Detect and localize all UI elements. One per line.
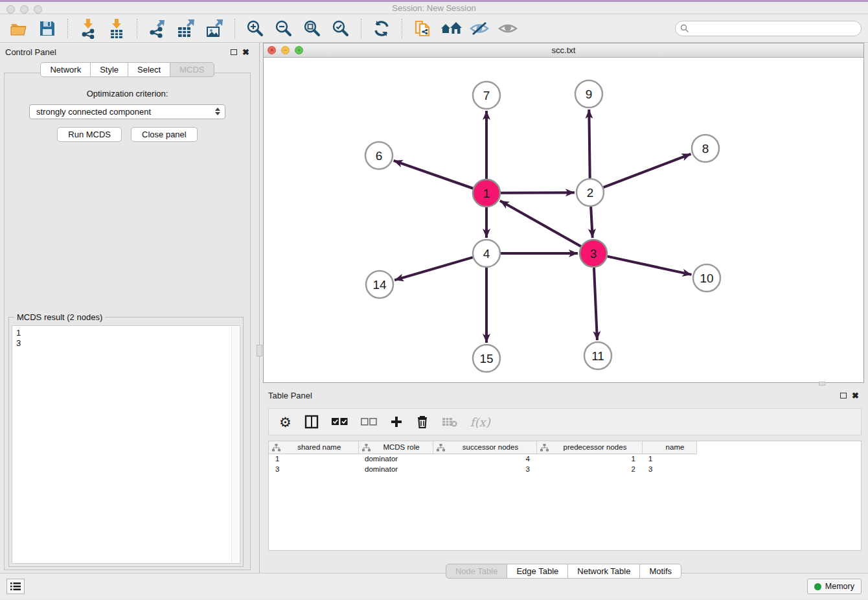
mcds-result-list[interactable]: 13: [12, 325, 240, 564]
node-8[interactable]: 8: [692, 135, 719, 162]
close-panel-button[interactable]: Close panel: [131, 127, 198, 142]
node-2[interactable]: 2: [577, 179, 604, 206]
close-table-panel-icon[interactable]: ✖: [852, 391, 859, 400]
table-row[interactable]: 3dominator323: [269, 464, 696, 474]
save-session-icon[interactable]: [35, 17, 60, 40]
app-titlebar: Session: New Session: [0, 0, 868, 14]
zoom-selected-icon[interactable]: [328, 17, 353, 40]
delete-table-icon[interactable]: [442, 417, 457, 427]
table-tab-network-table[interactable]: Network Table: [567, 564, 640, 579]
float-panel-icon[interactable]: [231, 49, 237, 55]
svg-text:10: 10: [700, 271, 713, 285]
export-network-icon[interactable]: [145, 17, 170, 40]
export-table-icon[interactable]: [174, 17, 198, 40]
copy-network-view-icon[interactable]: [410, 17, 435, 40]
zoom-out-icon[interactable]: [271, 17, 296, 40]
deselect-all-checkboxes-icon[interactable]: [361, 418, 377, 426]
show-all-icon[interactable]: [496, 17, 520, 40]
node-14[interactable]: 14: [366, 271, 393, 298]
tab-style[interactable]: Style: [90, 62, 128, 77]
node-4[interactable]: 4: [473, 240, 500, 267]
toolbar-separator: [361, 19, 361, 38]
table-tab-node-table[interactable]: Node Table: [446, 564, 508, 579]
app-window-controls[interactable]: [6, 5, 42, 14]
network-canvas[interactable]: 7968124314101511: [264, 58, 863, 382]
show-columns-icon[interactable]: [304, 415, 319, 429]
panel-splitter[interactable]: [259, 43, 260, 573]
table-tab-edge-table[interactable]: Edge Table: [507, 564, 568, 579]
add-column-icon[interactable]: [390, 415, 403, 428]
table-cell: dominator: [358, 464, 433, 474]
svg-text:9: 9: [586, 87, 593, 101]
column-header-predecessor-nodes[interactable]: predecessor nodes: [536, 441, 642, 454]
column-settings-gear-icon[interactable]: ⚙: [279, 415, 291, 429]
svg-text:4: 4: [483, 247, 490, 260]
network-window-titlebar[interactable]: ✕ − + scc.txt: [264, 43, 863, 58]
node-11[interactable]: 11: [584, 342, 611, 369]
edge-3-10[interactable]: [607, 257, 691, 275]
node-15[interactable]: 15: [473, 345, 500, 372]
criterion-selected-value: strongly connected component: [36, 107, 151, 117]
app-minimize-icon[interactable]: [20, 5, 29, 14]
control-panel-tabs: NetworkStyleSelectMCDS: [0, 62, 255, 77]
edge-1-6[interactable]: [394, 161, 474, 189]
table-cell: 4: [433, 454, 536, 464]
open-session-icon[interactable]: [6, 17, 31, 40]
import-network-icon[interactable]: [76, 17, 100, 40]
delete-column-icon[interactable]: [416, 415, 429, 429]
table-tab-motifs[interactable]: Motifs: [639, 564, 681, 579]
edge-2-9[interactable]: [589, 110, 589, 178]
edge-3-11[interactable]: [594, 268, 597, 340]
hide-selected-icon[interactable]: [467, 17, 492, 40]
table-cell: 1: [536, 454, 642, 464]
app-close-icon[interactable]: [6, 5, 15, 14]
float-table-panel-icon[interactable]: [840, 393, 847, 398]
network-minimize-icon[interactable]: −: [281, 46, 290, 54]
table-row[interactable]: 1dominator411: [269, 454, 696, 464]
column-header-MCDS-role[interactable]: MCDS role: [358, 441, 433, 454]
import-table-icon[interactable]: [104, 17, 129, 40]
result-scrollbar[interactable]: [231, 327, 239, 562]
app-zoom-icon[interactable]: [34, 5, 42, 14]
node-1[interactable]: 1: [473, 179, 500, 207]
export-image-icon[interactable]: [202, 17, 227, 40]
function-builder-icon[interactable]: f(x): [470, 415, 490, 429]
tab-network[interactable]: Network: [40, 62, 91, 77]
refresh-layout-icon[interactable]: [369, 17, 394, 40]
tab-select[interactable]: Select: [128, 62, 170, 77]
svg-text:7: 7: [483, 89, 490, 102]
node-3[interactable]: 3: [580, 240, 607, 267]
table-cell: dominator: [358, 454, 433, 464]
edge-2-3[interactable]: [591, 207, 593, 238]
first-neighbors-icon[interactable]: [439, 17, 463, 40]
network-resize-grip[interactable]: [819, 382, 825, 386]
optimization-criterion-select[interactable]: strongly connected component: [29, 104, 225, 119]
splitter-grip[interactable]: [257, 345, 262, 356]
node-7[interactable]: 7: [473, 82, 500, 109]
network-close-icon[interactable]: ✕: [268, 46, 276, 54]
column-header-shared-name[interactable]: shared name: [269, 441, 358, 454]
select-all-checkboxes-icon[interactable]: [332, 418, 348, 426]
task-history-button[interactable]: [6, 579, 25, 594]
node-9[interactable]: 9: [575, 80, 602, 108]
run-mcds-button[interactable]: Run MCDS: [57, 127, 122, 142]
mcds-result-groupbox: MCDS result (2 nodes) 13: [8, 317, 244, 567]
zoom-fit-icon[interactable]: [300, 17, 325, 40]
edge-3-1[interactable]: [500, 201, 581, 246]
network-maximize-icon[interactable]: +: [295, 46, 303, 54]
optimization-criterion-label: Optimization criterion:: [5, 89, 250, 98]
node-table[interactable]: shared nameMCDS rolesuccessor nodesprede…: [268, 441, 862, 551]
search-input[interactable]: [675, 21, 862, 36]
zoom-in-icon[interactable]: [243, 17, 268, 40]
edge-2-8[interactable]: [604, 154, 691, 188]
node-6[interactable]: 6: [365, 142, 393, 169]
tab-mcds[interactable]: MCDS: [170, 62, 214, 77]
edge-1-2[interactable]: [501, 192, 575, 193]
column-header-successor-nodes[interactable]: successor nodes: [433, 441, 536, 454]
edge-4-14[interactable]: [394, 257, 473, 280]
close-panel-icon[interactable]: ✖: [242, 48, 249, 56]
memory-button[interactable]: Memory: [807, 579, 862, 594]
node-10[interactable]: 10: [693, 264, 720, 292]
table-cell: 1: [269, 454, 358, 464]
column-header-name[interactable]: name: [642, 441, 696, 454]
